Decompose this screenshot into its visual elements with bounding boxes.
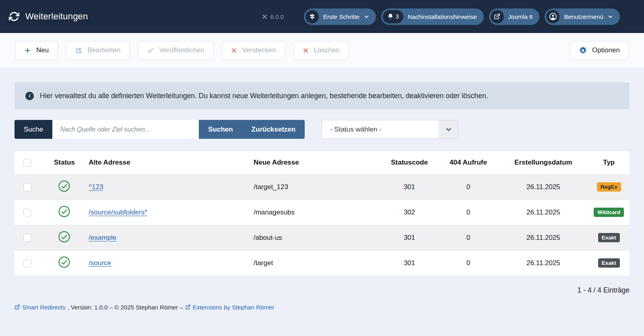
x-icon (303, 47, 309, 54)
post-installation-messages-button[interactable]: 3 Nachinstallationshinweise (381, 8, 484, 25)
chevron-down-icon (364, 14, 369, 19)
footer-meta-text: , Version: 1.0.0 – © 2025 Stephan Römer … (68, 304, 183, 311)
hits-404-cell: 0 (438, 225, 499, 250)
check-icon (147, 47, 154, 54)
bell-icon (387, 13, 394, 20)
hits-404-cell: 0 (438, 174, 499, 200)
statuscode-cell: 302 (380, 200, 438, 225)
hide-button-label: Verstecken (242, 46, 276, 54)
product-link[interactable]: Smart Redirects (14, 304, 66, 311)
info-icon: i (25, 92, 34, 100)
column-header-status: Status (40, 151, 89, 174)
sync-icon (9, 11, 19, 22)
joomla-site-label: Joomla 6 (508, 13, 533, 20)
statuscode-cell: 301 (380, 174, 438, 200)
search-actions: Suchen Zurücksetzen (199, 120, 305, 139)
type-badge: Exakt (598, 233, 620, 243)
statuscode-cell: 301 (380, 250, 438, 276)
status-filter-value: - Status wählen - (322, 126, 382, 134)
published-status-icon[interactable] (58, 256, 70, 268)
created-date-cell: 26.11.2025 (498, 200, 588, 225)
notification-count-badge: 3 (396, 13, 399, 20)
statuscode-cell: 301 (380, 225, 438, 250)
hits-404-cell: 0 (438, 250, 499, 276)
created-date-cell: 26.11.2025 (498, 174, 588, 200)
joomla-icon (262, 14, 268, 20)
new-address-cell: /managesubs (254, 200, 380, 225)
published-status-icon[interactable] (58, 231, 70, 243)
author-link[interactable]: Extensions by Stephan Römer (185, 304, 275, 311)
component-footer: Smart Redirects , Version: 1.0.0 – © 202… (14, 304, 630, 311)
gear-icon (579, 47, 587, 54)
old-address-link[interactable]: /source (89, 259, 111, 267)
chevron-down-icon (445, 126, 452, 133)
old-address-link[interactable]: ^123 (89, 183, 103, 191)
options-button[interactable]: Optionen (570, 41, 629, 60)
options-button-label: Optionen (592, 46, 620, 54)
row-checkbox[interactable] (23, 234, 31, 242)
search-input[interactable] (52, 120, 199, 139)
top-navbar: Weiterleitungen 6.0.0 Erst (0, 0, 644, 33)
search-submit-button[interactable]: Suchen (199, 120, 242, 139)
info-alert: i Hier verwaltest du alle definierten We… (14, 82, 630, 109)
app-brand: Weiterleitungen (9, 11, 88, 22)
row-checkbox[interactable] (23, 208, 31, 216)
product-link-label: Smart Redirects (22, 304, 66, 311)
pagination-counter: 1 - 4 / 4 Einträge (14, 286, 630, 295)
search-group: Suche Suchen Zurücksetzen (14, 120, 305, 139)
external-link-icon (14, 304, 20, 310)
signpost-icon (309, 13, 316, 20)
table-row: ^123 /target_123 301 0 26.11.2025 RegEx (14, 174, 630, 200)
joomla-site-link-button[interactable]: Joomla 6 (489, 8, 540, 25)
user-menu-button[interactable]: Benutzermenü (545, 8, 620, 25)
column-header-old-address: Alte Adresse (89, 151, 254, 174)
joomla-version: 6.0.0 (262, 13, 284, 20)
hide-button[interactable]: Verstecken (222, 41, 285, 60)
old-address-link[interactable]: /example (89, 234, 116, 241)
column-header-created-date: Erstellungsdatum (498, 151, 588, 174)
column-header-404-hits: 404 Aufrufe (438, 151, 499, 174)
column-header-statuscode: Statuscode (380, 151, 438, 174)
published-status-icon[interactable] (58, 205, 70, 218)
new-button[interactable]: Neu (15, 41, 58, 60)
publish-button-label: Veröffentlichen (159, 46, 204, 54)
table-row: /example /about-us 301 0 26.11.2025 Exak… (14, 225, 630, 250)
search-reset-button[interactable]: Zurücksetzen (242, 120, 305, 139)
status-filter-select[interactable]: - Status wählen - (322, 120, 458, 139)
search-label: Suche (14, 120, 52, 139)
new-address-cell: /about-us (254, 225, 380, 250)
navbar-menu: Erste Schritte 3 Nachinstallationshinwei… (304, 8, 620, 25)
delete-button[interactable]: Löschen (293, 41, 349, 60)
toolbar: Neu Bearbeiten Veröffentlichen Verstecke… (0, 33, 644, 68)
table-row: /source/subfolders* /managesubs 302 0 26… (14, 200, 630, 225)
select-all-checkbox[interactable] (23, 159, 31, 167)
hits-404-cell: 0 (438, 200, 499, 225)
chevron-down-icon (608, 14, 613, 19)
author-link-label: Extensions by Stephan Römer (193, 304, 275, 311)
main-content: i Hier verwaltest du alle definierten We… (0, 68, 644, 311)
row-checkbox[interactable] (23, 259, 31, 267)
published-status-icon[interactable] (58, 180, 70, 192)
type-badge: Exakt (598, 258, 620, 268)
publish-button[interactable]: Veröffentlichen (138, 41, 213, 60)
user-menu-label: Benutzermenü (564, 13, 603, 20)
user-icon (549, 12, 557, 21)
new-address-cell: /target_123 (254, 174, 380, 200)
getting-started-label: Erste Schritte (323, 13, 359, 20)
filter-bar: Suche Suchen Zurücksetzen - Status wähle… (14, 120, 630, 139)
table-row: /source /target 301 0 26.11.2025 Exakt (14, 250, 630, 276)
new-address-cell: /target (254, 250, 380, 276)
external-link-icon (185, 304, 191, 310)
getting-started-button[interactable]: Erste Schritte (304, 8, 376, 25)
column-header-type: Typ (588, 151, 630, 174)
post-installation-label: Nachinstallationshinweise (408, 13, 477, 20)
row-checkbox[interactable] (23, 183, 31, 191)
version-label: 6.0.0 (270, 13, 284, 20)
edit-button-label: Bearbeiten (87, 46, 120, 54)
external-link-icon (494, 13, 500, 20)
edit-button[interactable]: Bearbeiten (66, 41, 130, 60)
old-address-link[interactable]: /source/subfolders* (89, 208, 147, 216)
type-badge: Wildcard (594, 208, 624, 217)
table-header-row: Status Alte Adresse Neue Adresse Statusc… (14, 151, 630, 174)
edit-icon (75, 47, 82, 54)
